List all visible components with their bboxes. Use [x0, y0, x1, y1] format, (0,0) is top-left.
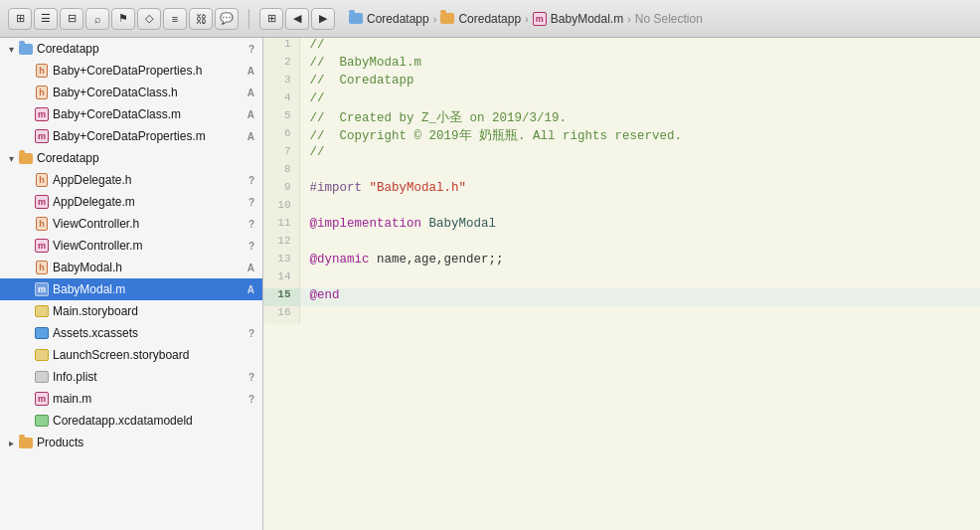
breadcrumb-item-2[interactable]: Coredatapp: [440, 12, 521, 26]
sidebar-item-Products_folder[interactable]: Products: [0, 432, 262, 453]
line-content[interactable]: // Coredatapp: [299, 74, 980, 91]
sidebar-item-Assets_xcassets[interactable]: Assets.xcassets?: [0, 322, 262, 344]
sidebar-item-root[interactable]: Coredatapp?: [0, 38, 262, 60]
forward-btn[interactable]: ▶: [311, 8, 335, 30]
breadcrumb-item-1[interactable]: Coredatapp: [349, 12, 429, 26]
link-icon-btn[interactable]: ⛓: [189, 8, 213, 30]
line-content[interactable]: [299, 270, 980, 288]
file-type-icon: h: [34, 86, 50, 99]
sidebar-item-ViewController_m[interactable]: mViewController.m?: [0, 235, 262, 257]
line-content[interactable]: @implementation BabyModal: [299, 217, 980, 235]
folder-icon-btn[interactable]: ⊞: [8, 8, 32, 30]
line-number: 14: [263, 270, 299, 288]
sidebar-item-AppDelegate_m[interactable]: mAppDelegate.m?: [0, 191, 262, 213]
sidebar-item-BabyModal_h[interactable]: hBabyModal.hA: [0, 257, 262, 278]
file-type-icon: m: [34, 392, 50, 406]
flag-icon-btn[interactable]: ⚑: [111, 8, 135, 30]
sidebar-item-badge: ?: [248, 197, 254, 208]
line-content[interactable]: [299, 306, 980, 324]
sidebar-item-Coredatapp_xcdatamodel[interactable]: Coredatapp.xcdatamodeld: [0, 410, 262, 432]
chat-icon-btn[interactable]: 💬: [215, 8, 239, 30]
line-content[interactable]: // Created by Z_小圣 on 2019/3/19.: [299, 109, 980, 127]
line-number: 4: [263, 91, 299, 109]
file-type-icon: m: [34, 239, 50, 253]
file-type-icon: [18, 42, 34, 56]
line-content[interactable]: //: [299, 38, 980, 56]
sidebar-item-badge: A: [247, 284, 254, 295]
sidebar-item-label: LaunchScreen.storyboard: [53, 348, 258, 362]
line-content[interactable]: @end: [299, 288, 980, 306]
sidebar-item-label: Assets.xcassets: [53, 326, 248, 340]
line-content[interactable]: // BabyModal.m: [299, 56, 980, 74]
line-content[interactable]: // Copyright © 2019年 奶瓶瓶. All rights res…: [299, 127, 980, 145]
sidebar-item-badge: A: [247, 66, 254, 77]
file-type-icon: [34, 304, 50, 318]
list-icon-btn[interactable]: ☰: [34, 8, 58, 30]
sidebar-item-BabyCoreDataClass_m[interactable]: mBaby+CoreDataClass.mA: [0, 103, 262, 125]
sidebar-item-AppDelegate_h[interactable]: hAppDelegate.h?: [0, 169, 262, 191]
grid-icon-btn[interactable]: ⊞: [259, 8, 283, 30]
folder2-icon: [440, 13, 454, 24]
line-number: 5: [263, 109, 299, 127]
sidebar-item-main_m[interactable]: mmain.m?: [0, 388, 262, 410]
line-content[interactable]: [299, 199, 980, 217]
sidebar-item-BabyCoreDataProperties_h[interactable]: hBaby+CoreDataProperties.hA: [0, 60, 262, 82]
file-type-icon: m: [34, 195, 50, 209]
sidebar-item-Main_storyboard[interactable]: Main.storyboard: [0, 300, 262, 322]
search-icon-btn[interactable]: ⌕: [85, 8, 109, 30]
code-line-9: 9#import "BabyModal.h": [263, 181, 980, 199]
sidebar-item-badge: A: [247, 109, 254, 120]
sidebar-item-BabyCoreDataProperties_m[interactable]: mBaby+CoreDataProperties.mA: [0, 125, 262, 147]
line-content[interactable]: //: [299, 91, 980, 109]
sidebar-item-badge: ?: [248, 44, 254, 55]
list2-icon-btn[interactable]: ≡: [163, 8, 187, 30]
code-line-12: 12: [263, 235, 980, 253]
sidebar-item-badge: ?: [248, 219, 254, 230]
code-line-7: 7//: [263, 145, 980, 163]
sidebar-item-badge: ?: [248, 241, 254, 252]
line-content[interactable]: [299, 235, 980, 253]
line-number: 16: [263, 306, 299, 324]
disclosure-triangle[interactable]: [4, 436, 18, 449]
sidebar-item-ViewController_h[interactable]: hViewController.h?: [0, 213, 262, 235]
sidebar-item-Info_plist[interactable]: Info.plist?: [0, 366, 262, 388]
breadcrumb-item-3[interactable]: m BabyModal.m: [533, 12, 623, 26]
breadcrumb-label-2: Coredatapp: [458, 12, 521, 26]
line-content[interactable]: //: [299, 145, 980, 163]
hierarchy-icon-btn[interactable]: ⊟: [60, 8, 83, 30]
toolbar: ⊞ ☰ ⊟ ⌕ ⚑ ◇ ≡ ⛓ 💬 ⊞ ◀ ▶ Coredatapp › Cor…: [0, 0, 980, 38]
code-line-13: 13@dynamic name,age,gender;;: [263, 253, 980, 270]
sidebar-item-label: Info.plist: [53, 370, 248, 384]
diamond-icon-btn[interactable]: ◇: [137, 8, 161, 30]
file-type-icon: m: [34, 107, 50, 121]
code-line-2: 2// BabyModal.m: [263, 56, 980, 74]
code-editor[interactable]: 1//2// BabyModal.m3// Coredatapp4//5// C…: [263, 38, 980, 530]
breadcrumb-label-1: Coredatapp: [367, 12, 429, 26]
file-type-icon: [34, 348, 50, 362]
code-line-15: 15@end: [263, 288, 980, 306]
line-number: 13: [263, 253, 299, 270]
file-type-icon: [18, 151, 34, 165]
disclosure-triangle[interactable]: [4, 42, 18, 56]
line-content[interactable]: [299, 163, 980, 181]
disclosure-triangle[interactable]: [4, 151, 18, 165]
folder-icon: [349, 13, 363, 24]
file-type-icon: h: [34, 261, 50, 274]
code-line-6: 6// Copyright © 2019年 奶瓶瓶. All rights re…: [263, 127, 980, 145]
sidebar-item-Coredatapp_folder[interactable]: Coredatapp: [0, 147, 262, 169]
sidebar-item-label: AppDelegate.m: [53, 195, 248, 209]
toolbar-separator-1: [248, 9, 249, 29]
file-type-icon: [34, 326, 50, 340]
file-type-icon: m: [34, 129, 50, 143]
back-btn[interactable]: ◀: [285, 8, 309, 30]
breadcrumb-sep-3: ›: [627, 13, 631, 25]
sidebar-item-badge: ?: [248, 372, 254, 383]
line-content[interactable]: #import "BabyModal.h": [299, 181, 980, 199]
code-line-14: 14: [263, 270, 980, 288]
sidebar-item-label: Main.storyboard: [53, 304, 258, 318]
sidebar-item-BabyCoreData_h[interactable]: hBaby+CoreDataClass.hA: [0, 82, 262, 103]
line-content[interactable]: @dynamic name,age,gender;;: [299, 253, 980, 270]
sidebar-item-badge: ?: [248, 175, 254, 186]
sidebar-item-BabyModal_m[interactable]: mBabyModal.mA: [0, 278, 262, 300]
sidebar-item-LaunchScreen_storyboard[interactable]: LaunchScreen.storyboard: [0, 344, 262, 366]
